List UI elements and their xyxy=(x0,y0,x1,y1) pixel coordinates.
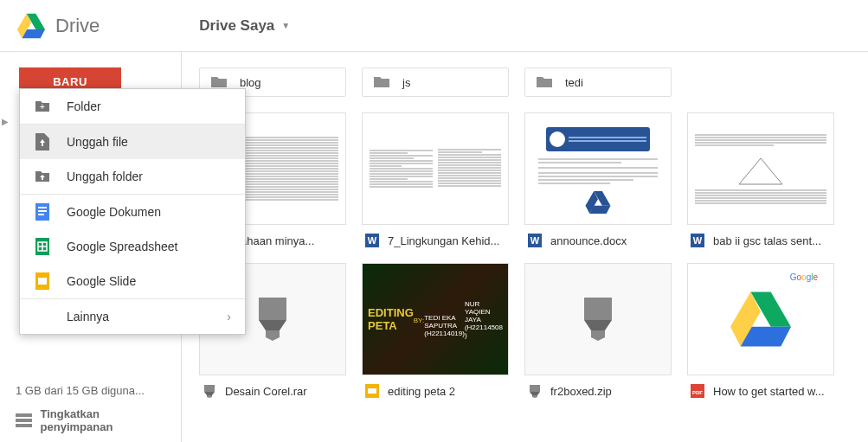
chevron-right-icon: › xyxy=(227,310,231,323)
google-text: Google xyxy=(790,272,818,282)
file-item[interactable]: Wannounce.docx xyxy=(524,112,672,247)
menu-upload-folder-label: Unggah folder xyxy=(67,170,143,183)
archive-icon xyxy=(581,298,615,341)
app-name: Drive xyxy=(55,15,100,37)
menu-slides[interactable]: Google Slide xyxy=(20,264,245,298)
upgrade-label: Tingkatkan penyimpanan xyxy=(41,407,165,433)
menu-docs[interactable]: Google Dokumen xyxy=(20,195,245,229)
svg-text:W: W xyxy=(530,235,540,246)
new-menu: + Folder Unggah file Unggah folder Googl… xyxy=(19,88,246,335)
word-icon: W xyxy=(365,234,379,247)
menu-docs-label: Google Dokumen xyxy=(67,205,161,219)
storage-section: 1 GB dari 15 GB diguna... Tingkatkan pen… xyxy=(0,384,181,442)
drive-icon xyxy=(730,289,791,349)
menu-upload-file-label: Unggah file xyxy=(67,135,128,149)
file-thumb xyxy=(524,112,672,225)
file-thumb xyxy=(687,112,834,225)
folder-item[interactable]: js xyxy=(362,67,509,97)
svg-rect-1 xyxy=(16,419,32,422)
file-name: editing peta 2 xyxy=(388,385,455,398)
file-thumb xyxy=(362,112,509,225)
folder-label: js xyxy=(402,76,410,89)
file-name: bab ii gsc talas sent... xyxy=(713,234,821,247)
svg-rect-2 xyxy=(16,424,32,427)
file-thumb: Google xyxy=(687,263,834,375)
folder-add-icon: + xyxy=(34,98,51,115)
file-name: announce.docx xyxy=(550,234,627,247)
file-grid: blog js tedi Wrusahaan minya... xyxy=(182,52,868,442)
word-icon: W xyxy=(691,234,704,247)
file-item[interactable]: fr2boxed.zip xyxy=(524,263,672,398)
file-row: Wrusahaan minya... W7_Lingkungan Kehid..… xyxy=(199,112,851,247)
drive-logo[interactable]: Drive xyxy=(17,12,100,40)
file-item[interactable]: Wbab ii gsc talas sent... xyxy=(687,112,834,247)
file-name: How to get started w... xyxy=(713,385,825,398)
archive-icon xyxy=(528,384,542,398)
file-row: Desain Corel.rar EDITING PETA BY: TEDI E… xyxy=(199,263,851,398)
menu-upload-folder[interactable]: Unggah folder xyxy=(20,159,245,194)
slides-icon xyxy=(34,272,51,290)
svg-text:PDF: PDF xyxy=(692,390,703,395)
file-item[interactable]: Google PDFHow to get started w... xyxy=(687,263,834,398)
file-name: fr2boxed.zip xyxy=(550,385,612,398)
header: Drive Drive Saya ▼ xyxy=(0,0,868,52)
folder-item[interactable]: tedi xyxy=(524,67,672,97)
svg-text:W: W xyxy=(368,235,377,246)
file-upload-icon xyxy=(34,133,51,151)
slides-icon xyxy=(365,384,379,398)
storage-used: 1 GB dari 15 GB diguna... xyxy=(16,384,145,397)
menu-upload-file[interactable]: Unggah file xyxy=(20,125,245,159)
archive-icon xyxy=(203,384,216,398)
svg-rect-23 xyxy=(204,385,215,392)
folder-row: blog js tedi xyxy=(199,67,851,97)
expand-arrow-icon[interactable]: ▶ xyxy=(2,117,9,126)
folder-icon xyxy=(536,74,553,91)
svg-rect-0 xyxy=(16,413,32,417)
svg-rect-13 xyxy=(38,278,47,285)
pdf-icon: PDF xyxy=(691,384,704,398)
drive-icon xyxy=(17,12,45,40)
word-icon: W xyxy=(528,234,542,247)
svg-text:+: + xyxy=(40,102,45,112)
file-name: 7_Lingkungan Kehid... xyxy=(388,234,499,247)
dropdown-arrow-icon: ▼ xyxy=(281,21,290,30)
folder-upload-icon xyxy=(34,168,51,185)
my-drive-label: Drive Saya xyxy=(199,17,274,35)
folder-icon xyxy=(373,74,390,91)
svg-text:W: W xyxy=(693,235,703,246)
svg-rect-26 xyxy=(584,298,612,320)
svg-rect-7 xyxy=(38,214,44,215)
file-name: Desain Corel.rar xyxy=(225,385,307,398)
docs-icon xyxy=(34,203,51,221)
menu-sheets[interactable]: Google Spreadsheet xyxy=(20,229,245,264)
file-thumb xyxy=(524,263,672,375)
storage-icon xyxy=(16,413,32,427)
menu-folder[interactable]: + Folder xyxy=(20,89,245,124)
upgrade-storage[interactable]: Tingkatkan penyimpanan xyxy=(16,407,165,433)
svg-rect-25 xyxy=(368,388,376,394)
file-item[interactable]: W7_Lingkungan Kehid... xyxy=(362,112,509,247)
archive-icon xyxy=(255,298,290,341)
menu-folder-label: Folder xyxy=(67,99,101,113)
folder-label: blog xyxy=(240,76,261,89)
menu-slides-label: Google Slide xyxy=(67,274,136,288)
sheets-icon xyxy=(34,238,51,255)
svg-rect-5 xyxy=(38,207,47,208)
menu-sheets-label: Google Spreadsheet xyxy=(67,240,177,253)
file-thumb: EDITING PETA BY: TEDI EKA SAPUTRA (H2211… xyxy=(362,263,509,375)
svg-rect-6 xyxy=(38,210,47,212)
svg-rect-22 xyxy=(259,298,286,320)
file-item[interactable]: EDITING PETA BY: TEDI EKA SAPUTRA (H2211… xyxy=(362,263,509,398)
my-drive-dropdown[interactable]: Drive Saya ▼ xyxy=(199,17,290,35)
svg-rect-27 xyxy=(530,385,540,392)
menu-more-label: Lainnya xyxy=(67,310,109,323)
folder-label: tedi xyxy=(565,76,583,89)
menu-more[interactable]: Lainnya › xyxy=(20,299,245,334)
content: BARU ▶ 1 GB dari 15 GB diguna... Tingkat… xyxy=(0,52,868,442)
